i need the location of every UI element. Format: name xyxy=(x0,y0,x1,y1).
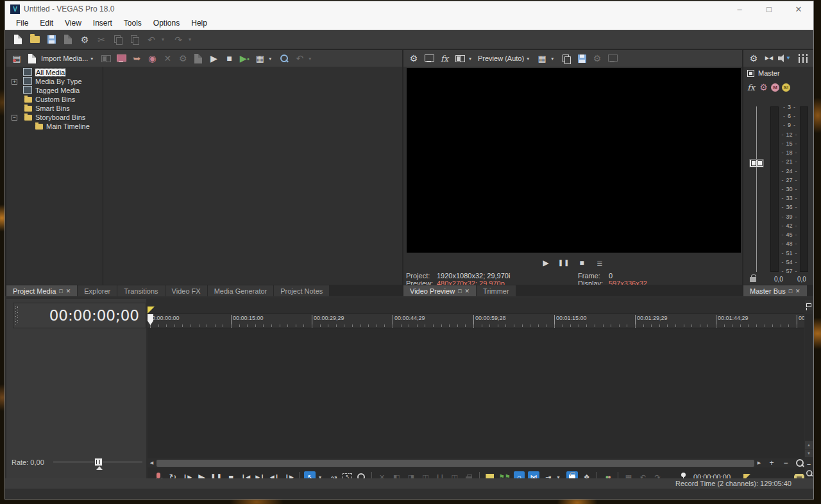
preview-quality-dropdown-icon[interactable]: ▾ xyxy=(527,56,533,62)
maximize-button[interactable]: □ xyxy=(754,1,784,17)
video-monitor-icon[interactable] xyxy=(606,52,619,65)
rate-center-marker[interactable] xyxy=(96,466,103,470)
preview-pause-icon[interactable]: ❚❚ xyxy=(559,256,569,269)
overlays-dropdown-icon[interactable]: ▾ xyxy=(551,56,557,62)
save-snapshot-icon[interactable] xyxy=(575,52,588,65)
external-monitor-icon[interactable] xyxy=(423,52,436,65)
menu-insert[interactable]: Insert xyxy=(87,19,118,28)
redo-dropdown-icon[interactable]: ▾ xyxy=(189,37,195,42)
preview-play-icon[interactable]: ▶ xyxy=(541,256,551,269)
scrollbar-thumb[interactable] xyxy=(157,460,754,467)
vertical-scrollbar[interactable]: ▲ ▼ − xyxy=(805,299,813,487)
time-ruler[interactable]: 0:00:00:0000:00:15:0000:00:29;2900:00:44… xyxy=(148,314,804,328)
import-media-button[interactable]: Import Media... xyxy=(41,55,88,62)
float-window-icon[interactable]: □ xyxy=(789,288,792,294)
new-project-icon[interactable] xyxy=(12,33,24,46)
tab-media-generator[interactable]: Media Generator xyxy=(208,285,274,296)
tree-item-all-media[interactable]: All Media xyxy=(6,68,103,77)
tree-item-storyboard-bins[interactable]: − Storyboard Bins xyxy=(6,113,103,122)
properties-gear-icon[interactable]: ⚙ xyxy=(78,33,91,46)
close-tab-icon[interactable]: ✕ xyxy=(66,288,71,294)
extract-audio-icon[interactable]: ◉ xyxy=(146,52,158,65)
split-screen-dropdown-icon[interactable]: ▾ xyxy=(469,56,475,62)
remove-media-icon[interactable]: ✕ xyxy=(161,52,174,65)
split-screen-icon[interactable] xyxy=(453,52,466,65)
menu-options[interactable]: Options xyxy=(148,19,185,28)
scroll-down-icon[interactable]: ▼ xyxy=(805,449,813,457)
float-window-icon[interactable]: □ xyxy=(458,288,461,294)
mixer-settings-gear-icon[interactable]: ⚙ xyxy=(747,52,760,65)
save-project-icon[interactable] xyxy=(45,33,58,46)
tree-item-main-timeline[interactable]: Main Timeline xyxy=(6,122,103,131)
get-photo-icon[interactable]: ➥ xyxy=(130,52,143,65)
tree-item-tagged-media[interactable]: Tagged Media xyxy=(6,86,103,95)
scroll-right-icon[interactable]: ▶ xyxy=(755,459,763,467)
media-fx-icon[interactable] xyxy=(192,52,205,65)
stop-preview-icon[interactable]: ■ xyxy=(223,52,235,65)
scroll-left-icon[interactable]: ◀ xyxy=(148,459,156,467)
tab-transitions[interactable]: Transitions xyxy=(117,285,164,296)
zoom-out-track-icon[interactable]: − xyxy=(805,460,813,468)
pm-undo-icon[interactable]: ↶ xyxy=(293,52,306,65)
track-view-empty[interactable] xyxy=(148,329,804,458)
marker-flag-icon[interactable] xyxy=(148,307,155,314)
automation-gear-icon[interactable]: ⚙ xyxy=(759,81,768,94)
views-icon[interactable]: ▦ xyxy=(253,52,266,65)
tab-project-media[interactable]: Project Media □ ✕ xyxy=(6,285,77,296)
preview-settings-gear-icon[interactable]: ⚙ xyxy=(407,52,420,65)
close-tab-icon[interactable]: ✕ xyxy=(795,288,800,294)
undo-icon[interactable]: ↶ xyxy=(145,33,158,46)
media-properties-icon[interactable]: ⚙ xyxy=(176,52,189,65)
new-bin-icon[interactable]: ▤ xyxy=(10,52,23,65)
render-as-icon[interactable] xyxy=(62,33,74,46)
cut-icon[interactable]: ✂ xyxy=(95,33,108,46)
collapse-icon[interactable]: − xyxy=(12,115,17,121)
close-tab-icon[interactable]: ✕ xyxy=(465,288,470,294)
mixer-channels-icon[interactable] xyxy=(797,52,809,65)
downmix-icon[interactable]: ▶◀ xyxy=(763,52,775,65)
pm-undo-dropdown-icon[interactable]: ▾ xyxy=(309,56,315,62)
menu-help[interactable]: Help xyxy=(185,19,213,28)
capture-video-icon[interactable] xyxy=(115,52,128,65)
pane-divider[interactable] xyxy=(103,67,103,285)
float-window-icon[interactable]: □ xyxy=(59,288,62,294)
speaker-mute-icon[interactable]: ▼ xyxy=(778,52,791,65)
menu-edit[interactable]: Edit xyxy=(34,19,59,28)
minimize-button[interactable]: – xyxy=(725,1,754,17)
zoom-tool-corner-icon[interactable] xyxy=(795,459,804,467)
rate-slider-handle[interactable] xyxy=(94,458,103,466)
open-project-icon[interactable] xyxy=(28,33,41,46)
video-output-fx-icon[interactable]: fx xyxy=(438,52,451,65)
zoom-out-time-icon[interactable]: − xyxy=(781,459,790,467)
marker-bar[interactable] xyxy=(148,299,804,314)
overlays-grid-icon[interactable]: ▦ xyxy=(536,52,548,65)
fader-lock-icon[interactable] xyxy=(750,277,756,282)
menu-view[interactable]: View xyxy=(59,19,87,28)
menu-tools[interactable]: Tools xyxy=(118,19,148,28)
grip-handle[interactable] xyxy=(15,306,19,325)
tree-item-custom-bins[interactable]: Custom Bins xyxy=(6,95,103,104)
tab-master-bus[interactable]: Master Bus □ ✕ xyxy=(743,285,807,296)
insert-marker-icon[interactable] xyxy=(805,300,813,310)
import-media-icon[interactable] xyxy=(26,52,38,65)
preview-menu-icon[interactable]: ≡ xyxy=(595,256,605,269)
bus-collapse-icon[interactable] xyxy=(747,70,754,77)
vscrollbar-track[interactable] xyxy=(805,314,813,440)
expand-icon[interactable]: + xyxy=(12,79,17,85)
preview-stop-icon[interactable]: ■ xyxy=(577,256,587,269)
solo-icon[interactable]: S! xyxy=(782,83,790,92)
tab-explorer[interactable]: Explorer xyxy=(78,285,117,296)
preview-thumb-icon[interactable] xyxy=(99,52,112,65)
bus-fx-icon[interactable]: fx xyxy=(746,81,756,94)
undo-dropdown-icon[interactable]: ▾ xyxy=(162,37,168,42)
zoom-track-tool-icon[interactable] xyxy=(805,469,813,477)
start-preview-icon[interactable]: ▶ xyxy=(207,52,220,65)
tree-item-smart-bins[interactable]: Smart Bins xyxy=(6,104,103,113)
auto-preview-icon[interactable]: ▶● xyxy=(238,52,251,65)
import-media-dropdown-icon[interactable]: ▾ xyxy=(90,56,97,62)
paste-icon[interactable] xyxy=(128,33,141,46)
close-button[interactable]: ✕ xyxy=(784,1,813,17)
preview-quality-button[interactable]: Preview (Auto) xyxy=(478,55,524,62)
volume-fader-handle[interactable] xyxy=(749,159,764,167)
360-preview-icon[interactable]: ⚙ xyxy=(591,52,604,65)
